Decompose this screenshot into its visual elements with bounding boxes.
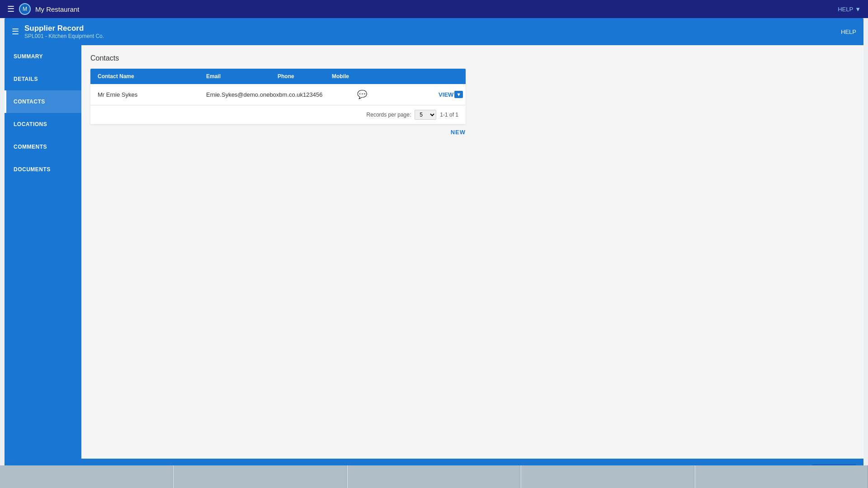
col-header-phone: Phone (278, 73, 332, 80)
col-header-email: Email (206, 73, 278, 80)
view-dropdown-icon[interactable]: ▼ (454, 91, 463, 98)
view-button[interactable]: VIEW ▼ (439, 91, 463, 98)
col-header-mobile: Mobile (332, 73, 413, 80)
bg-cell-3 (348, 465, 520, 488)
records-per-page-label: Records per page: (367, 112, 411, 118)
modal-menu-icon[interactable]: ☰ (12, 27, 19, 37)
sidebar-item-comments[interactable]: COMMENTS (5, 136, 81, 158)
modal-body: SUMMARY DETAILS CONTACTS LOCATIONS COMME… (5, 45, 863, 459)
modal-header-help-button[interactable]: HELP (841, 28, 856, 35)
modal-title: Supplier Record (24, 24, 104, 33)
contact-email-cell: Ernie.Sykes@demo.oneboxbm.co.uk (206, 91, 303, 98)
bg-bottom-bar (0, 465, 868, 488)
pagination-info: 1-1 of 1 (440, 112, 458, 118)
bg-cell-5 (695, 465, 868, 488)
contact-actions-cell: VIEW ▼ (439, 91, 466, 98)
bg-cell-1 (0, 465, 173, 488)
col-header-contact-name: Contact Name (98, 73, 206, 80)
records-per-page-select[interactable]: 5 10 25 (415, 110, 436, 120)
modal-subtitle: SPL001 - Kitchen Equipment Co. (24, 33, 104, 39)
top-nav-help-button[interactable]: HELP ▼ (838, 6, 861, 13)
menu-icon[interactable]: ☰ (7, 4, 14, 14)
sidebar-item-contacts[interactable]: CONTACTS (5, 90, 81, 113)
contact-name-cell: Mr Ernie Sykes (98, 91, 206, 98)
comment-icon[interactable]: 💬 (357, 90, 367, 99)
contact-phone-cell: 123456 (303, 91, 357, 98)
table-row: Mr Ernie Sykes Ernie.Sykes@demo.oneboxbm… (90, 84, 466, 105)
pagination-row: Records per page: 5 10 25 1-1 of 1 (90, 105, 466, 124)
sidebar-item-documents[interactable]: DOCUMENTS (5, 158, 81, 181)
new-button-row: NEW (90, 129, 466, 136)
modal-header: ☰ Supplier Record SPL001 - Kitchen Equip… (5, 18, 863, 45)
col-header-actions (413, 73, 458, 80)
new-contact-button[interactable]: NEW (451, 129, 466, 136)
sidebar: SUMMARY DETAILS CONTACTS LOCATIONS COMME… (5, 45, 81, 459)
contact-mobile-cell: 💬 (357, 89, 439, 99)
app-logo: M (19, 3, 31, 15)
contacts-table-card: Contact Name Email Phone Mobile Mr Ernie… (90, 69, 466, 124)
app-title: My Restaurant (35, 5, 80, 13)
sidebar-item-summary[interactable]: SUMMARY (5, 45, 81, 68)
contacts-section-title: Contacts (90, 54, 854, 62)
supplier-record-modal: ☰ Supplier Record SPL001 - Kitchen Equip… (5, 18, 863, 483)
modal-header-left: ☰ Supplier Record SPL001 - Kitchen Equip… (12, 24, 104, 39)
top-nav-bar: ☰ M My Restaurant HELP ▼ (0, 0, 868, 18)
bg-cell-2 (174, 465, 346, 488)
sidebar-item-locations[interactable]: LOCATIONS (5, 113, 81, 136)
main-content: Contacts Contact Name Email Phone Mobile… (81, 45, 863, 459)
modal-title-block: Supplier Record SPL001 - Kitchen Equipme… (24, 24, 104, 39)
chevron-down-icon: ▼ (855, 6, 861, 13)
top-nav-left: ☰ M My Restaurant (7, 3, 80, 15)
sidebar-item-details[interactable]: DETAILS (5, 68, 81, 90)
bg-cell-4 (521, 465, 694, 488)
table-header: Contact Name Email Phone Mobile (90, 69, 466, 84)
